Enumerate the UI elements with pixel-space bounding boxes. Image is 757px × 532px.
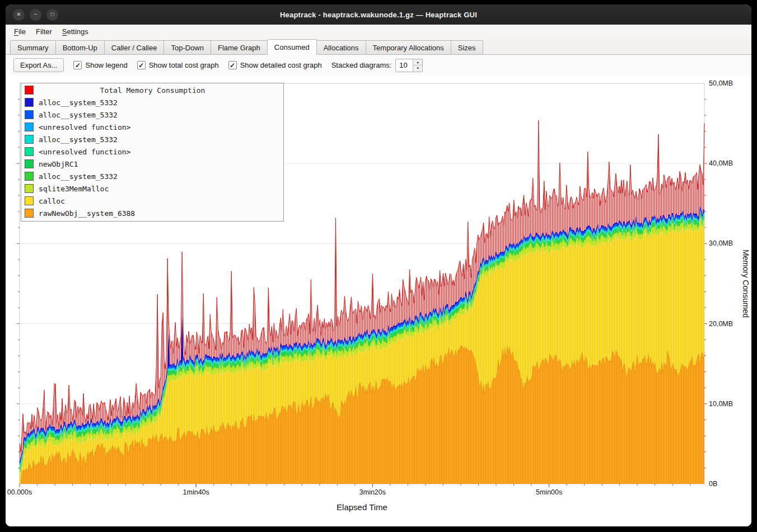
legend-swatch	[25, 196, 34, 205]
legend-item: alloc__system_5332	[21, 133, 283, 145]
checkbox-show-total-cost-graph[interactable]: ✓Show total cost graph	[137, 61, 219, 69]
legend-item-label: alloc__system_5332	[39, 135, 118, 144]
minimize-icon: −	[34, 12, 38, 17]
legend-item: alloc__system_5332	[21, 170, 283, 182]
tab-allocations[interactable]: Allocations	[317, 40, 366, 55]
legend-item-label: alloc__system_5332	[39, 172, 118, 181]
app-window: ✕−□ Heaptrack - heaptrack.wakunode.1.gz …	[6, 4, 751, 526]
toolbar: Export As... ✓Show legend✓Show total cos…	[6, 55, 751, 76]
legend-items: alloc__system_5332alloc__system_5332<unr…	[21, 96, 283, 219]
legend-item-label: <unresolved function>	[39, 123, 130, 131]
close-icon: ✕	[16, 12, 21, 17]
toolbar-checkboxes: ✓Show legend✓Show total cost graph✓Show …	[73, 61, 321, 69]
window-maximize-button[interactable]: □	[46, 9, 58, 21]
legend-item: <unresolved function>	[21, 121, 283, 133]
x-tick-label: 3min20s	[359, 488, 386, 496]
window-close-button[interactable]: ✕	[13, 9, 25, 21]
y-tick-label: 0B	[709, 480, 717, 488]
x-axis-label: Elapsed Time	[337, 502, 387, 512]
title-bar[interactable]: ✕−□ Heaptrack - heaptrack.wakunode.1.gz …	[6, 4, 751, 25]
checkbox-label: Show legend	[85, 61, 127, 69]
legend-item-label: sqlite3MemMalloc	[39, 185, 109, 193]
y-tick-label: 20,0MB	[709, 320, 733, 328]
legend-swatch	[25, 135, 34, 144]
legend-item-label: calloc	[39, 197, 65, 205]
window-title: Heaptrack - heaptrack.wakunode.1.gz — He…	[6, 11, 751, 19]
window-minimize-button[interactable]: −	[30, 9, 41, 21]
tab-consumed[interactable]: Consumed	[268, 39, 317, 55]
x-tick-label: 5min00s	[536, 488, 562, 496]
tab-bottom-up[interactable]: Bottom-Up	[56, 40, 105, 55]
legend-item-label: alloc__system_5332	[39, 111, 118, 119]
legend-item: rawNewObj__system_6388	[21, 207, 283, 219]
x-tick-label: 00.000s	[7, 488, 32, 496]
legend-swatch	[25, 172, 34, 181]
legend-item: alloc__system_5332	[21, 109, 283, 121]
tab-caller-callee[interactable]: Caller / Callee	[105, 40, 165, 55]
legend-item-label: <unresolved function>	[39, 148, 130, 156]
tab-summary[interactable]: Summary	[10, 40, 56, 55]
y-tick-label: 30,0MB	[709, 239, 733, 247]
legend-swatch	[25, 98, 34, 107]
legend-swatch	[25, 184, 34, 193]
menu-item-filter[interactable]: Filter	[31, 25, 57, 39]
tab-bar: SummaryBottom-UpCaller / CalleeTop-DownF…	[6, 39, 751, 55]
legend-item-label: alloc__system_5332	[39, 98, 118, 107]
y-tick-label: 10,0MB	[709, 400, 733, 408]
legend-title: Total Memory Consumption	[39, 86, 267, 95]
export-as-button[interactable]: Export As...	[13, 58, 64, 72]
menu-item-settings[interactable]: Settings	[57, 25, 94, 39]
legend-swatch	[25, 147, 34, 156]
tab-temporary-allocations[interactable]: Temporary Allocations	[366, 40, 451, 55]
stacked-diagrams-group: Stacked diagrams: 10 ▲ ▼	[331, 59, 423, 72]
legend-item-label: rawNewObj__system_6388	[39, 209, 135, 218]
legend-title-swatch	[25, 86, 34, 95]
y-axis-label: Memory Consumed	[741, 249, 750, 318]
legend-item: alloc__system_5332	[21, 96, 283, 109]
spinner-buttons: ▲ ▼	[413, 59, 422, 72]
maximize-icon: □	[50, 12, 54, 17]
spinner-down-button[interactable]: ▼	[413, 65, 422, 72]
checkbox-show-detailed-cost-graph[interactable]: ✓Show detailed cost graph	[228, 61, 322, 69]
y-tick-label: 40,0MB	[709, 159, 733, 167]
spinner-up-button[interactable]: ▲	[413, 59, 422, 66]
menu-bar: FileFilterSettings	[6, 25, 751, 39]
checkbox-checked-icon: ✓	[137, 61, 146, 69]
checkbox-checked-icon: ✓	[228, 61, 237, 69]
window-controls: ✕−□	[13, 9, 58, 21]
menu-item-file[interactable]: File	[9, 25, 31, 39]
legend: Total Memory Consumption alloc__system_5…	[21, 83, 284, 222]
tab-sizes[interactable]: Sizes	[451, 40, 483, 55]
stacked-diagrams-spinner[interactable]: 10 ▲ ▼	[395, 59, 423, 72]
legend-item: calloc	[21, 195, 283, 207]
legend-item: <unresolved function>	[21, 145, 283, 158]
legend-item-label: newObjRC1	[39, 160, 78, 168]
checkbox-show-legend[interactable]: ✓Show legend	[73, 61, 127, 69]
y-tick-label: 50,0MB	[709, 79, 733, 87]
chart-area: 0B10,0MB20,0MB30,0MB40,0MB50,0MB00.000s1…	[6, 76, 751, 526]
x-tick-label: 1min40s	[183, 488, 209, 496]
legend-swatch	[25, 110, 34, 119]
stacked-diagrams-value[interactable]: 10	[396, 59, 413, 72]
arrow-up-icon: ▲	[416, 60, 419, 64]
legend-item: sqlite3MemMalloc	[21, 182, 283, 195]
checkbox-checked-icon: ✓	[73, 61, 82, 69]
tab-flame-graph[interactable]: Flame Graph	[211, 40, 268, 55]
arrow-down-icon: ▼	[416, 67, 419, 70]
legend-swatch	[25, 209, 34, 218]
legend-swatch	[25, 159, 34, 168]
checkbox-label: Show total cost graph	[149, 61, 219, 69]
checkbox-label: Show detailed cost graph	[240, 61, 322, 69]
legend-title-row: Total Memory Consumption	[21, 84, 283, 96]
stacked-diagrams-label: Stacked diagrams:	[331, 61, 392, 69]
legend-swatch	[25, 123, 34, 131]
tab-top-down[interactable]: Top-Down	[164, 40, 211, 55]
legend-item: newObjRC1	[21, 158, 283, 170]
